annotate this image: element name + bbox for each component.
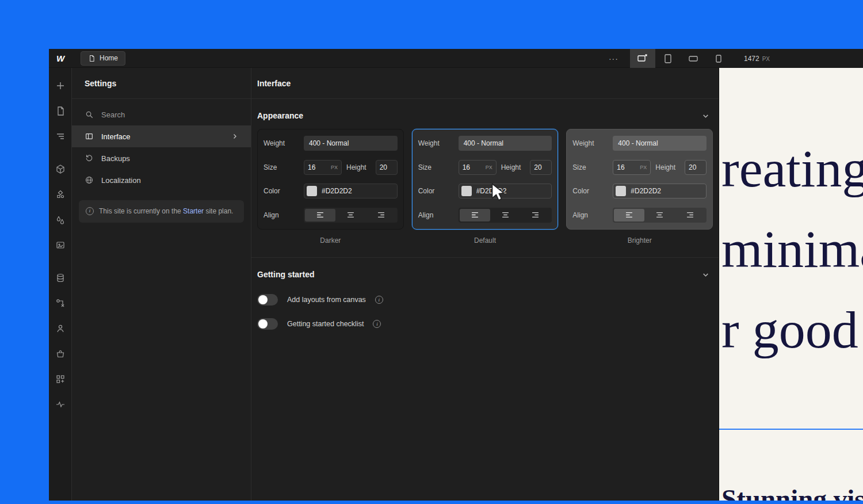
apps-icon[interactable]: [55, 374, 66, 384]
height-label: Height: [501, 163, 521, 171]
height-value-input[interactable]: [380, 163, 394, 171]
backups-icon: [85, 154, 94, 163]
height-value-input[interactable]: [534, 163, 548, 171]
color-input[interactable]: [613, 184, 707, 198]
info-icon[interactable]: i: [375, 296, 383, 304]
size-value-input[interactable]: [617, 163, 637, 171]
color-row: Color: [264, 184, 398, 198]
webflow-logo-icon[interactable]: W: [49, 54, 72, 63]
size-value-input[interactable]: [463, 163, 483, 171]
color-value-input[interactable]: [476, 187, 549, 195]
align-right-button[interactable]: [675, 209, 705, 222]
align-right-button[interactable]: [366, 209, 396, 222]
weight-dropdown[interactable]: 400 - Normal: [459, 136, 552, 151]
size-input[interactable]: PX: [304, 160, 342, 175]
info-icon[interactable]: i: [373, 320, 381, 328]
settings-search[interactable]: Search: [72, 104, 251, 125]
size-unit: PX: [486, 165, 492, 170]
align-left-icon: [625, 212, 633, 218]
settings-panel: Settings Search Interface Backups Locali…: [72, 68, 251, 501]
section-divider: [251, 257, 719, 258]
size-value-input[interactable]: [308, 163, 329, 171]
breakpoint-tablet-button[interactable]: [655, 49, 681, 68]
weight-dropdown[interactable]: 400 - Normal: [304, 136, 398, 151]
cms-database-icon[interactable]: [55, 273, 66, 283]
breakpoint-phone-landscape-button[interactable]: [681, 49, 706, 68]
site-canvas[interactable]: reating minima r good Stunning visu: [719, 68, 863, 501]
align-center-button[interactable]: [335, 209, 366, 222]
elements-cube-icon[interactable]: [55, 164, 66, 174]
appearance-section-header[interactable]: Appearance: [251, 106, 719, 125]
color-swatch[interactable]: [616, 186, 626, 196]
weight-row: Weight 400 - Normal: [572, 136, 707, 151]
align-row: Align: [264, 208, 398, 223]
color-value-input[interactable]: [322, 187, 395, 195]
color-value-input[interactable]: [631, 187, 704, 195]
chevron-down-icon[interactable]: [702, 112, 709, 120]
align-left-icon: [471, 212, 479, 218]
logic-icon[interactable]: [55, 298, 66, 308]
theme-card-default[interactable]: Weight 400 - Normal Size PX Height Color: [412, 129, 559, 230]
weight-value: 400 - Normal: [618, 139, 658, 147]
align-row: Align: [418, 208, 552, 223]
align-center-icon: [656, 212, 663, 218]
topbar-right-cluster: ···: [602, 49, 770, 68]
left-toolbar: [49, 68, 72, 501]
align-right-icon: [532, 212, 539, 218]
breakpoint-desktop-default-button[interactable]: [630, 49, 655, 68]
site-activity-icon[interactable]: [55, 399, 66, 410]
weight-value: 400 - Normal: [464, 139, 503, 147]
assets-icon[interactable]: [55, 240, 66, 250]
settings-item-label: Localization: [101, 176, 141, 185]
align-center-button[interactable]: [644, 209, 675, 222]
navigator-icon[interactable]: [55, 131, 66, 142]
chevron-down-icon[interactable]: [702, 271, 709, 278]
settings-item-backups[interactable]: Backups: [72, 147, 251, 169]
variables-icon[interactable]: [55, 215, 66, 225]
size-input[interactable]: PX: [613, 160, 651, 175]
weight-label: Weight: [264, 139, 299, 147]
weight-label: Weight: [418, 139, 454, 147]
home-tab[interactable]: Home: [81, 51, 125, 66]
theme-card-darker[interactable]: Weight 400 - Normal Size PX Height Color: [257, 129, 404, 230]
color-swatch[interactable]: [307, 186, 317, 196]
components-icon[interactable]: [55, 189, 66, 200]
color-swatch[interactable]: [461, 186, 472, 196]
ecommerce-icon[interactable]: [55, 349, 66, 359]
color-input[interactable]: [304, 184, 398, 198]
toolbar-group-middle: [55, 164, 66, 250]
weight-dropdown[interactable]: 400 - Normal: [613, 136, 707, 151]
align-right-button[interactable]: [520, 209, 551, 222]
theme-card-brighter[interactable]: Weight 400 - Normal Size PX Height Color: [566, 129, 713, 230]
starter-plan-link[interactable]: Starter: [183, 207, 204, 215]
add-elements-icon[interactable]: [55, 81, 66, 91]
height-input[interactable]: [376, 160, 398, 175]
height-value-input[interactable]: [689, 163, 702, 171]
getting-started-section-header[interactable]: Getting started: [251, 265, 719, 284]
theme-caption-brighter: Brighter: [566, 236, 713, 245]
align-left-button[interactable]: [614, 209, 644, 222]
home-tab-label: Home: [100, 54, 118, 62]
more-menu-button[interactable]: ···: [602, 54, 625, 63]
height-input[interactable]: [530, 160, 552, 175]
theme-caption-darker: Darker: [257, 236, 404, 245]
settings-item-localization[interactable]: Localization: [72, 169, 251, 191]
align-center-button[interactable]: [490, 209, 521, 222]
pages-icon[interactable]: [55, 106, 66, 116]
settings-item-interface[interactable]: Interface: [72, 125, 251, 147]
height-input[interactable]: [685, 160, 707, 175]
canvas-width-readout[interactable]: 1472 PX: [744, 55, 770, 63]
getting-started-checklist-toggle[interactable]: [257, 318, 278, 330]
align-right-icon: [686, 212, 694, 218]
breakpoint-phone-portrait-button[interactable]: [706, 49, 731, 68]
localization-globe-icon: [85, 175, 94, 185]
toggle-label: Getting started checklist: [287, 320, 364, 328]
align-left-button[interactable]: [305, 209, 335, 222]
size-unit: PX: [331, 165, 338, 170]
color-row: Color: [418, 184, 552, 198]
users-icon[interactable]: [55, 323, 66, 334]
color-input[interactable]: [459, 184, 552, 198]
align-left-button[interactable]: [460, 209, 490, 222]
size-input[interactable]: PX: [459, 160, 497, 175]
add-layouts-toggle[interactable]: [257, 294, 278, 306]
